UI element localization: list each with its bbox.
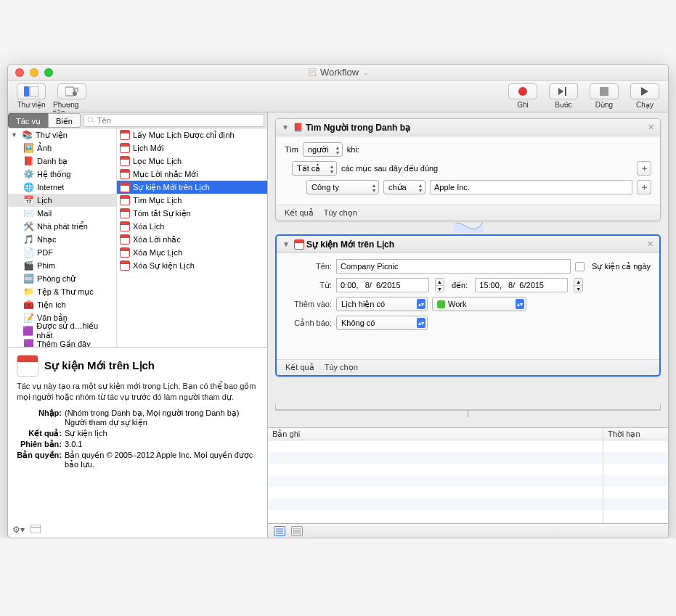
criteria-value-input[interactable] (430, 180, 632, 194)
library-action-list[interactable]: Lấy Mục Lịch Được chỉ địnhLịch MớiLọc Mụ… (117, 128, 267, 347)
info-result-label: Kết quả: (17, 429, 62, 438)
remove-action-button[interactable]: ✕ (647, 239, 653, 249)
duration-column-header[interactable]: Thời hạn (603, 428, 668, 440)
library-category-list[interactable]: ▼📚Thư viện 🖼️Ảnh📕Danh bạ⚙️Hệ thống🌐Inter… (8, 128, 117, 347)
calendar-icon (120, 234, 130, 245)
library-action-item[interactable]: Xóa Lịch (117, 220, 267, 233)
category-label: Nhà phát triển (37, 222, 88, 231)
info-title: Sự kiện Mới trên Lịch (44, 359, 155, 372)
library-category-item[interactable]: 🛠️Nhà phát triển (8, 220, 116, 233)
library-category-item[interactable]: 📕Danh bạ (8, 155, 116, 168)
library-category-item[interactable]: ⚙️Hệ thống (8, 168, 116, 181)
library-category-item[interactable]: ✉️Mail (8, 207, 116, 220)
stop-button[interactable]: Dừng (585, 83, 623, 109)
event-name-input[interactable] (336, 259, 571, 274)
svg-point-8 (88, 117, 93, 122)
alert-select[interactable]: Không có▴▾ (336, 316, 428, 330)
from-stepper[interactable]: ▲▼ (435, 278, 444, 292)
library-action-item[interactable]: Lịch Mới (117, 141, 267, 155)
search-input[interactable] (97, 116, 261, 125)
step-button[interactable]: Bước (545, 83, 582, 109)
library-action-item[interactable]: Lấy Mục Lịch Được chỉ định (117, 128, 267, 141)
calendar-icon (120, 169, 130, 179)
library-category-item[interactable]: 📁Tệp & Thư mục (8, 285, 116, 298)
library-action-item[interactable]: Tóm tắt Sự kiện (117, 207, 267, 220)
library-root[interactable]: ▼📚Thư viện (8, 128, 116, 141)
titlebar: Workflow ⌵ (8, 65, 668, 81)
record-icon (518, 86, 528, 96)
action-label: Sự kiện Mới trên Lịch (133, 183, 210, 192)
options-tab[interactable]: Tùy chọn (324, 208, 357, 218)
category-label: Tệp & Thư mục (37, 287, 94, 297)
match-scope-select[interactable]: Tất cả▴▾ (292, 161, 337, 176)
svg-rect-10 (30, 525, 41, 533)
calendar-icon (120, 182, 130, 192)
category-label: Mail (37, 209, 52, 218)
results-tab[interactable]: Kết quả (285, 208, 314, 218)
svg-rect-1 (24, 86, 29, 96)
library-category-item[interactable]: 🟪Được sử d…hiều nhất (8, 324, 116, 337)
find-type-select[interactable]: người▴▾ (303, 142, 343, 157)
calendar-icon (120, 130, 130, 140)
window-title: Workflow ⌵ (8, 67, 668, 78)
media-icon (65, 86, 78, 96)
library-action-item[interactable]: Xóa Sự kiện Lịch (117, 259, 267, 272)
segment-actions[interactable]: Tác vụ (8, 113, 49, 128)
to-datetime-input[interactable] (475, 278, 568, 292)
library-category-item[interactable]: 🧰Tiện ích (8, 298, 116, 311)
library-action-item[interactable]: Xóa Lời nhắc (117, 233, 267, 246)
library-action-item[interactable]: Mục Lời nhắc Mới (117, 168, 267, 181)
search-field[interactable] (84, 114, 264, 127)
add-criterion-button[interactable]: ＋ (637, 180, 651, 194)
gear-menu-button[interactable]: ⚙︎▾ (12, 525, 25, 535)
library-action-item[interactable]: Lọc Mục Lịch (117, 155, 267, 168)
library-action-item[interactable]: Xóa Mục Lịch (117, 246, 267, 259)
category-icon: 🌐 (23, 181, 34, 193)
disclosure-triangle-icon[interactable]: ▼ (282, 123, 289, 131)
action-new-calendar-event[interactable]: ▼ Sự kiện Mới trên Lịch ✕ Tên: Sự kiện c… (275, 234, 661, 377)
action-find-people[interactable]: ▼ 📕 Tìm Người trong Danh bạ ✕ Tìm người▴… (275, 118, 661, 221)
info-version-value: 3.0.1 (65, 440, 258, 449)
category-label: Nhạc (37, 235, 57, 245)
library-action-item[interactable]: Tìm Mục Lịch (117, 194, 267, 207)
search-icon (87, 116, 95, 124)
disclosure-triangle-icon[interactable]: ▼ (282, 240, 290, 248)
library-category-item[interactable]: 🌐Internet (8, 181, 116, 194)
calendar-icon (120, 195, 130, 205)
library-category-item[interactable]: 🎵Nhạc (8, 233, 116, 246)
field-select[interactable]: Công ty▴▾ (306, 180, 379, 194)
callout-line (293, 538, 294, 538)
addto-mode-select[interactable]: Lịch hiện có▴▾ (336, 297, 428, 311)
run-button[interactable]: Chạy (626, 83, 664, 109)
library-category-item[interactable]: 📅Lịch (8, 194, 116, 207)
category-icon: 🔤 (23, 273, 34, 284)
log-view-button[interactable] (274, 526, 285, 536)
contacts-icon: 📕 (293, 123, 304, 132)
remove-action-button[interactable]: ✕ (648, 123, 654, 132)
allday-checkbox[interactable] (575, 262, 585, 271)
options-tab[interactable]: Tùy chọn (325, 363, 358, 372)
add-rule-button[interactable]: ＋ (637, 161, 651, 176)
category-label: Được sử d…hiều nhất (36, 321, 113, 340)
operator-select[interactable]: chứa▴▾ (383, 180, 425, 194)
library-action-item[interactable]: Sự kiện Mới trên Lịch (117, 181, 267, 194)
library-category-item[interactable]: 🎬Phim (8, 259, 116, 272)
library-category-item[interactable]: 🔤Phông chữ (8, 272, 116, 285)
title-dropdown-icon[interactable]: ⌵ (364, 69, 367, 76)
library-category-item[interactable]: 🖼️Ảnh (8, 141, 116, 155)
calendar-select[interactable]: Work▴▾ (432, 297, 526, 311)
record-button[interactable]: Ghi (504, 83, 542, 109)
library-category-item[interactable]: 📄PDF (8, 246, 116, 259)
svg-rect-2 (30, 86, 38, 96)
allday-label: Sự kiện cả ngày (592, 262, 651, 271)
workflow-canvas[interactable]: ▼ 📕 Tìm Người trong Danh bạ ✕ Tìm người▴… (268, 112, 668, 427)
to-stepper[interactable]: ▲▼ (574, 278, 583, 292)
variables-view-button[interactable] (291, 526, 303, 536)
from-datetime-input[interactable] (336, 278, 429, 292)
log-column-header[interactable]: Bản ghi (268, 428, 603, 440)
results-tab[interactable]: Kết quả (285, 363, 314, 372)
segment-variables[interactable]: Biến (48, 113, 81, 128)
action-label: Xóa Mục Lịch (133, 248, 182, 258)
workflow-status-bar (268, 523, 668, 538)
toggle-info-button[interactable] (30, 525, 41, 535)
